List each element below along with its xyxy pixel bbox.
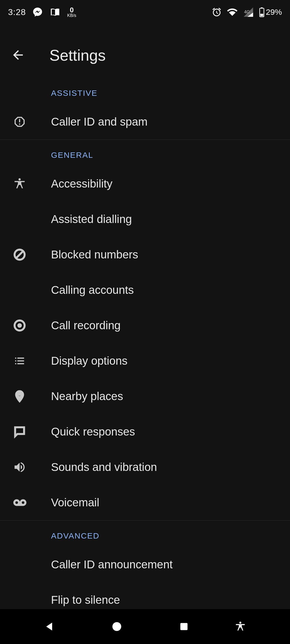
item-nearby-places[interactable]: Nearby places: [0, 379, 290, 414]
nav-accessibility-button[interactable]: [224, 616, 256, 637]
item-label: Nearby places: [51, 390, 123, 403]
signal-4g-icon: 4G: [243, 6, 254, 18]
page-title: Settings: [49, 46, 106, 64]
item-label: Assisted dialling: [51, 213, 132, 226]
netspeed-indicator: 0 KB/s: [67, 6, 76, 18]
item-label: Caller ID announcement: [51, 558, 173, 571]
nav-back-button[interactable]: [34, 616, 66, 637]
item-label: Caller ID and spam: [51, 115, 147, 128]
item-label: Calling accounts: [51, 284, 134, 297]
svg-rect-2: [261, 8, 263, 9]
item-label: Display options: [51, 354, 128, 367]
item-label: Sounds and vibration: [51, 461, 157, 474]
item-caller-id-announcement[interactable]: Caller ID announcement: [0, 547, 290, 582]
svg-point-8: [18, 393, 21, 396]
item-blocked-numbers[interactable]: Blocked numbers: [0, 237, 290, 272]
section-header-general: GENERAL: [0, 140, 290, 166]
messenger-icon: [32, 7, 43, 17]
item-label: Call recording: [51, 319, 121, 332]
svg-rect-3: [260, 14, 263, 16]
location-icon: [13, 390, 51, 403]
svg-text:4G: 4G: [244, 10, 250, 14]
item-label: Voicemail: [51, 496, 99, 509]
battery-icon: 29%: [259, 7, 282, 17]
item-assisted-dialling[interactable]: Assisted dialling: [0, 202, 290, 237]
record-icon: [13, 319, 51, 332]
back-button[interactable]: [11, 48, 25, 62]
alarm-icon: [212, 7, 222, 17]
battery-percentage: 29%: [266, 8, 282, 17]
item-calling-accounts[interactable]: Calling accounts: [0, 272, 290, 308]
status-bar: 3:28 0 KB/s 4G: [0, 0, 290, 24]
item-voicemail[interactable]: Voicemail: [0, 485, 290, 520]
netspeed-unit: KB/s: [67, 13, 76, 18]
settings-list: ASSISTIVE Caller ID and spam GENERAL Acc…: [0, 80, 290, 609]
item-label: Blocked numbers: [51, 248, 138, 261]
svg-point-12: [113, 622, 121, 631]
item-display-options[interactable]: Display options: [0, 343, 290, 379]
item-label: Quick responses: [51, 425, 135, 438]
status-clock: 3:28: [8, 7, 26, 17]
nav-recent-button[interactable]: [168, 616, 200, 637]
svg-rect-13: [180, 623, 188, 630]
item-label: Accessibility: [51, 177, 113, 190]
wifi-icon: [227, 6, 238, 18]
item-quick-responses[interactable]: Quick responses: [0, 414, 290, 449]
item-label: Flip to silence: [51, 594, 120, 606]
svg-point-7: [17, 323, 22, 328]
section-header-assistive: ASSISTIVE: [0, 80, 290, 104]
section-header-advanced: ADVANCED: [0, 521, 290, 547]
nav-home-button[interactable]: [101, 616, 133, 637]
accessibility-icon: [13, 177, 51, 191]
voicemail-icon: [13, 496, 51, 510]
app-bar: Settings: [0, 35, 290, 75]
volume-icon: [13, 460, 51, 474]
netspeed-value: 0: [70, 6, 74, 13]
svg-line-5: [16, 251, 23, 258]
list-icon: [13, 354, 51, 368]
item-caller-id-spam[interactable]: Caller ID and spam: [0, 104, 290, 140]
chat-icon: [13, 425, 51, 438]
item-flip-to-silence[interactable]: Flip to silence: [0, 582, 290, 609]
block-icon: [13, 248, 51, 261]
system-nav-bar: [0, 609, 290, 644]
report-icon: [13, 115, 51, 129]
item-accessibility[interactable]: Accessibility: [0, 166, 290, 202]
book-icon: [49, 6, 61, 18]
item-sounds-vibration[interactable]: Sounds and vibration: [0, 449, 290, 485]
item-call-recording[interactable]: Call recording: [0, 308, 290, 343]
